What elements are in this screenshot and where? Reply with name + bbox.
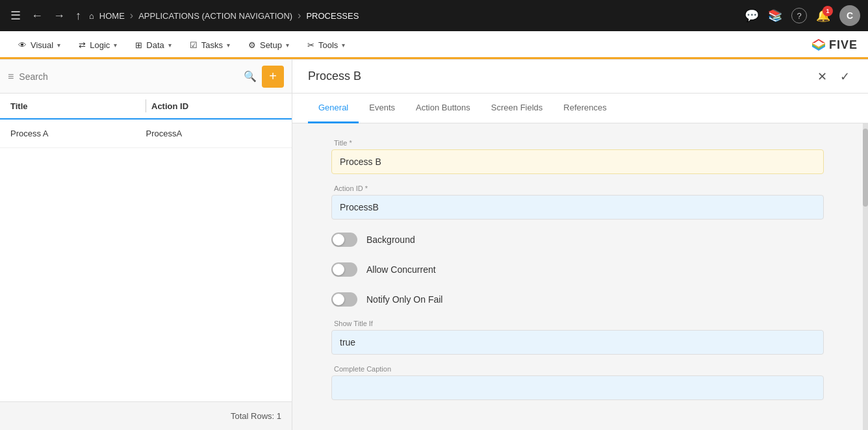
menu-setup[interactable]: ⚙ Setup ▾ [240, 35, 297, 55]
search-icon[interactable]: 🔍 [244, 70, 257, 82]
logic-caret: ▾ [114, 42, 117, 49]
right-panel-header: Process B ✕ ✓ [292, 60, 868, 94]
app-crumb[interactable]: APPLICATIONS (ACTION NAVIGATION) [138, 11, 292, 21]
col-divider [146, 99, 146, 112]
nav-right-icons: 💬 📚 ? 🔔 1 C [745, 5, 860, 26]
data-icon: ⊞ [135, 40, 142, 50]
visual-caret: ▾ [57, 42, 60, 49]
tab-action-buttons[interactable]: Action Buttons [405, 94, 481, 123]
confirm-icon[interactable]: ✓ [837, 67, 852, 86]
visual-label: Visual [31, 40, 53, 50]
complete-caption-group: Complete Caption [331, 365, 824, 400]
complete-caption-field[interactable] [331, 375, 824, 400]
tasks-icon: ☑ [190, 40, 198, 50]
logic-icon: ⇄ [79, 40, 86, 50]
breadcrumb-sep-2: › [298, 10, 301, 21]
data-caret: ▾ [168, 42, 172, 49]
menu-tools[interactable]: ✂ Tools ▾ [300, 35, 353, 55]
allow-concurrent-label: Allow Concurrent [366, 264, 436, 275]
help-icon[interactable]: ? [791, 8, 807, 23]
logic-label: Logic [90, 40, 110, 50]
notification-badge: 1 [823, 6, 833, 16]
main-content: ≡ 🔍 + Title Action ID Process A ProcessA… [0, 60, 868, 430]
search-bar: ≡ 🔍 + [0, 60, 292, 94]
notify-only-on-fail-toggle[interactable] [331, 292, 357, 307]
setup-label: Setup [260, 40, 282, 50]
background-toggle[interactable] [331, 233, 357, 247]
actionid-field-label: Action ID * [331, 184, 824, 192]
complete-caption-label: Complete Caption [331, 365, 824, 373]
total-rows-label: Total Rows: 1 [231, 411, 281, 421]
toggle-knob [333, 234, 344, 246]
left-panel: ≡ 🔍 + Title Action ID Process A ProcessA… [0, 60, 292, 430]
notify-only-on-fail-label: Notify Only On Fail [366, 294, 442, 305]
setup-icon: ⚙ [248, 40, 256, 50]
toggle-knob-2 [333, 264, 344, 275]
table-header: Title Action ID [0, 94, 292, 120]
setup-caret: ▾ [286, 42, 289, 49]
col-actionid-header: Action ID [151, 101, 281, 111]
table-row[interactable]: Process A ProcessA [0, 120, 292, 148]
title-field[interactable] [331, 149, 824, 174]
five-logo: FIVE [811, 38, 858, 53]
title-field-label: Title * [331, 139, 824, 147]
data-label: Data [146, 40, 164, 50]
scrollbar[interactable] [863, 123, 868, 430]
panel-title: Process B [308, 70, 807, 83]
breadcrumb-sep-1: › [130, 10, 133, 21]
actionid-field-group: Action ID * [331, 184, 824, 220]
table-body: Process A ProcessA [0, 120, 292, 401]
show-title-if-field[interactable] [331, 330, 824, 355]
close-icon[interactable]: ✕ [815, 67, 830, 86]
title-field-group: Title * [331, 139, 824, 174]
bell-icon[interactable]: 🔔 1 [816, 8, 830, 23]
add-button[interactable]: + [262, 66, 284, 88]
breadcrumb: ⌂ HOME › APPLICATIONS (ACTION NAVIGATION… [89, 10, 739, 21]
search-input[interactable] [19, 71, 238, 82]
visual-icon: 👁 [18, 40, 27, 50]
forward-icon[interactable]: → [51, 6, 68, 25]
svg-marker-0 [812, 39, 825, 43]
books-icon[interactable]: 📚 [768, 8, 782, 23]
chat-icon[interactable]: 💬 [745, 8, 759, 23]
tools-caret: ▾ [342, 42, 345, 49]
five-logo-icon [811, 38, 826, 53]
background-toggle-row: Background [331, 230, 824, 249]
col-title-header: Title [10, 101, 140, 111]
back-icon[interactable]: ← [29, 6, 45, 25]
tools-label: Tools [318, 40, 338, 50]
right-panel: Process B ✕ ✓ General Events Action Butt… [292, 60, 868, 430]
tab-events[interactable]: Events [359, 94, 405, 123]
menu-visual[interactable]: 👁 Visual ▾ [10, 35, 68, 55]
home-icon[interactable]: ⌂ [89, 11, 94, 21]
row-title: Process A [10, 129, 146, 138]
toggle-knob-3 [333, 294, 344, 305]
actionid-field[interactable] [331, 195, 824, 220]
show-title-if-label: Show Title If [331, 320, 824, 327]
form-area: Title * Action ID * Background [292, 123, 863, 430]
notify-only-on-fail-toggle-row: Notify Only On Fail [331, 290, 824, 309]
home-crumb[interactable]: HOME [99, 11, 125, 21]
menu-icon[interactable]: ☰ [8, 6, 23, 25]
menu-navigation: 👁 Visual ▾ ⇄ Logic ▾ ⊞ Data ▾ ☑ Tasks ▾ … [0, 31, 868, 60]
up-icon[interactable]: ↑ [73, 6, 84, 25]
tab-general[interactable]: General [308, 94, 359, 123]
menu-tasks[interactable]: ☑ Tasks ▾ [182, 35, 238, 55]
menu-data[interactable]: ⊞ Data ▾ [127, 35, 179, 55]
process-crumb[interactable]: PROCESSES [306, 11, 359, 21]
scrollbar-thumb[interactable] [863, 129, 868, 207]
table-footer: Total Rows: 1 [0, 401, 292, 430]
tasks-caret: ▾ [227, 42, 230, 49]
tab-references[interactable]: References [553, 94, 617, 123]
allow-concurrent-toggle[interactable] [331, 262, 357, 277]
top-navigation: ☰ ← → ↑ ⌂ HOME › APPLICATIONS (ACTION NA… [0, 0, 868, 31]
allow-concurrent-toggle-row: Allow Concurrent [331, 260, 824, 279]
menu-logic[interactable]: ⇄ Logic ▾ [71, 35, 125, 55]
filter-icon[interactable]: ≡ [8, 71, 14, 82]
tab-screen-fields[interactable]: Screen Fields [481, 94, 553, 123]
show-title-if-group: Show Title If [331, 320, 824, 355]
tabs-bar: General Events Action Buttons Screen Fie… [292, 94, 868, 123]
tasks-label: Tasks [201, 40, 223, 50]
row-actionid: ProcessA [146, 129, 282, 138]
avatar[interactable]: C [839, 5, 860, 26]
